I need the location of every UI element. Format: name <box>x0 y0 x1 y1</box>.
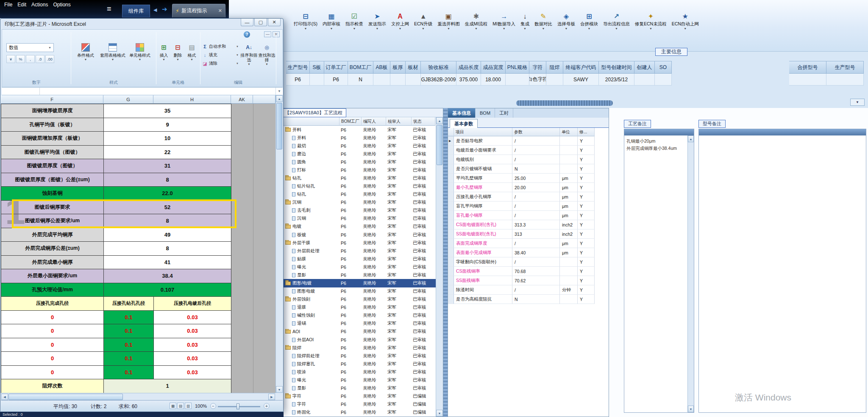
params-row[interactable]: ▶是否贴导电胶/Y <box>448 136 595 146</box>
maininfo-cell[interactable]: N <box>348 74 373 86</box>
sheet-label-cell[interactable]: 面铜镀层增加厚度（板镀） <box>1 132 104 146</box>
scroll-down-icon[interactable]: ▼ <box>436 410 443 417</box>
sheet-cell[interactable]: 0.1 <box>104 324 154 338</box>
tab-basic-info[interactable]: 基本信息 <box>448 108 476 118</box>
nav-go-icon[interactable]: ➔ <box>162 6 167 13</box>
sheet-cell[interactable]: 0.03 <box>154 311 231 325</box>
param-value[interactable]: 313.3 <box>512 220 560 229</box>
scroll-thumb[interactable] <box>437 125 442 165</box>
sheet-label-cell[interactable]: 阻焊次数 <box>1 379 104 393</box>
number-format-button[interactable]: % <box>16 55 25 63</box>
tree-row[interactable]: 开料P6吴艳玲宋军已审核 <box>280 126 436 134</box>
params-row[interactable]: 是否只镀铜不镀锡NY <box>448 164 595 174</box>
params-row[interactable]: 电镀后最小面铜要求/Y <box>448 146 595 155</box>
param-value[interactable]: / <box>512 202 560 211</box>
tree-row[interactable]: 退膜P6吴艳玲宋军已审核 <box>280 304 436 312</box>
column-header-G[interactable]: G <box>103 95 153 104</box>
menu-item-edit[interactable]: Edit <box>17 1 31 8</box>
param-value[interactable]: / <box>512 285 560 295</box>
close-button[interactable]: ✕ <box>268 19 281 26</box>
toolbar-button-10[interactable]: ↓集成▼ <box>518 11 531 32</box>
sheet-cell[interactable]: 0.1 <box>104 311 154 325</box>
param-value[interactable]: N <box>512 164 560 174</box>
sheet-value-cell[interactable]: 31 <box>104 159 231 173</box>
sheet-label-cell[interactable]: 图镀镀层厚度（图镀） <box>1 159 104 173</box>
param-value[interactable]: / <box>512 155 560 164</box>
maininfo-cell[interactable]: SAWY <box>563 74 599 86</box>
scroll-thumb[interactable] <box>8 394 123 400</box>
tree-row[interactable]: 裁切P6吴艳玲宋军已审核 <box>280 142 436 150</box>
sheet-label-cell[interactable]: 外层完成最小铜厚 <box>1 256 104 270</box>
tree-row[interactable]: 阻焊塞孔P6吴艳玲宋军已审核 <box>280 360 436 368</box>
tree-row[interactable]: 退锡P6吴艳玲宋军已审核 <box>280 320 436 328</box>
tree-row[interactable]: 阻焊前处理P6吴艳玲宋军已审核 <box>280 352 436 360</box>
tree-row[interactable]: 图形电镀P6吴艳玲宋军已审核 <box>280 287 436 295</box>
scroll-down-icon[interactable]: ▼ <box>276 386 283 393</box>
tree-row[interactable]: 图形/电镀P6吴艳玲宋军已审核 <box>280 279 436 287</box>
tab-model-notes[interactable]: 型号备注 <box>698 120 726 128</box>
toolbar-button-14[interactable]: ↗导出流程信息▼ <box>601 11 632 32</box>
sheet-value-cell[interactable]: 10 <box>104 132 231 146</box>
tree-row[interactable]: 电镀P6吴艳玲宋军已审核 <box>280 223 436 231</box>
sheet-value-cell[interactable]: 8 <box>104 242 231 256</box>
params-row[interactable]: 是否为高精度阻抗NY <box>448 295 595 304</box>
param-value[interactable]: 25.00 <box>512 174 560 183</box>
sheet-value-cell[interactable]: 22 <box>104 146 231 160</box>
maininfo-cell[interactable] <box>390 74 406 86</box>
param-value[interactable]: / <box>512 146 560 155</box>
param-value[interactable]: / <box>512 257 560 267</box>
tree-row[interactable]: 显影P6吴艳玲宋军已审核 <box>280 384 436 392</box>
formula-expand-icon[interactable]: ▼ <box>275 88 283 95</box>
param-value[interactable]: 70.68 <box>512 267 560 276</box>
toolbar-button-15[interactable]: ✦修复ECN未流程▼ <box>633 11 669 32</box>
sheet-cell[interactable]: 0.1 <box>104 338 154 352</box>
param-value[interactable]: 38.40 <box>512 248 560 257</box>
toolbar-button-9[interactable]: →MI数据导入▼ <box>490 11 517 32</box>
sheet-label-cell[interactable]: 孔预大理论值/mm <box>1 283 104 297</box>
tree-row[interactable]: 字符P6吴艳玲宋军已编辑 <box>280 392 436 400</box>
column-header-H[interactable]: H <box>153 95 231 104</box>
maininfo-cell[interactable] <box>310 74 324 86</box>
sheet-value-cell[interactable]: 9 <box>104 118 231 132</box>
tree-row[interactable]: 开料P6吴艳玲宋军已审核 <box>280 134 436 142</box>
tab-basic-params[interactable]: 基本参数 <box>450 119 478 128</box>
scroll-up-icon[interactable]: ▲ <box>436 117 443 124</box>
maininfo-cell[interactable] <box>826 74 864 86</box>
maininfo-cell[interactable]: 2023/5/12 <box>599 74 634 86</box>
process-flow-title-tab[interactable]: 【2SAWY018A0】工艺流程 <box>281 108 346 117</box>
column-header-AK[interactable]: AK <box>231 95 253 104</box>
editing-menu-2[interactable]: ↓填充▼ <box>201 51 239 59</box>
tab-工时[interactable]: 工时 <box>495 108 513 118</box>
params-row[interactable]: 表面完成铜厚度/μmY <box>448 239 595 248</box>
maininfo-cell[interactable]: 18.000 <box>481 74 506 86</box>
ribbon-cells-button-3[interactable]: ▤格式▼ <box>185 42 198 76</box>
maininfo-cell[interactable] <box>406 74 421 86</box>
sheet-header-cell[interactable]: 压接孔电镀后孔径 <box>154 297 231 311</box>
tree-row[interactable]: 阻焊P6吴艳玲宋军已审核 <box>280 344 436 352</box>
params-row[interactable]: CS面残铜率70.68Y <box>448 267 595 276</box>
maininfo-cell[interactable] <box>655 74 672 86</box>
params-row[interactable]: 盲孔平均铜厚/μmY <box>448 202 595 211</box>
params-row[interactable]: 字唛翻向(CS面朝外)/Y <box>448 257 595 267</box>
sheet-header-cell[interactable]: 压接孔钻孔孔径 <box>104 297 154 311</box>
zoom-level[interactable]: 100% <box>195 403 207 409</box>
sheet-value-cell[interactable]: 1 <box>104 379 231 393</box>
tree-row[interactable]: 碱性蚀刻P6吴艳玲宋军已审核 <box>280 312 436 320</box>
scroll-down-icon[interactable]: ▼ <box>688 406 694 412</box>
sheet-value-cell[interactable]: 0.107 <box>104 283 231 297</box>
param-value[interactable]: 70.62 <box>512 276 560 285</box>
params-row[interactable]: 盲孔最小铜厚/μmY <box>448 211 595 220</box>
panel-splitter[interactable] <box>443 108 448 417</box>
ribbon-edit-button-1[interactable]: A↓排序和筛选▼ <box>240 42 258 76</box>
tree-row[interactable]: 磨边P6吴艳玲宋军已审核 <box>280 150 436 158</box>
formula-bar[interactable]: ▼ <box>2 87 283 95</box>
sheet-label-cell[interactable]: 外层完成铜厚公差(±um) <box>1 242 104 256</box>
sheet-label-cell[interactable]: 图镀孔铜平均值（图镀） <box>1 146 104 160</box>
tree-row[interactable]: 喷涂P6吴艳玲宋军已审核 <box>280 368 436 376</box>
restore-button[interactable]: ▢ <box>254 19 267 26</box>
scroll-up-icon[interactable]: ▲ <box>688 135 694 142</box>
param-value[interactable]: 313 <box>512 229 560 239</box>
param-value[interactable]: N <box>512 295 560 304</box>
tree-row[interactable]: 贴膜P6吴艳玲宋军已审核 <box>280 255 436 263</box>
tree-row[interactable]: 去毛刺P6吴艳玲宋军已审核 <box>280 207 436 215</box>
